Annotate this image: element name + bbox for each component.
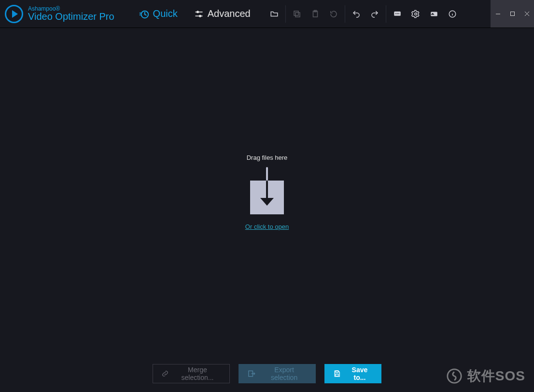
undo-button[interactable] [347,0,365,28]
redo-icon [370,10,379,18]
paste-button[interactable] [306,0,324,28]
separator [345,5,345,23]
save-to-button[interactable]: Save to... [324,364,381,383]
svg-point-12 [398,13,399,14]
separator [386,5,386,23]
merge-label: Merge selection... [174,366,221,381]
watermark-text: 软件SOS [467,367,525,385]
gear-icon [411,10,420,18]
watermark: 软件SOS [446,367,525,385]
tab-advanced-label: Advanced [208,8,251,19]
reset-icon [329,10,338,18]
svg-point-11 [397,13,398,14]
maximize-button[interactable] [505,0,520,28]
tab-quick[interactable]: Quick [139,8,178,19]
toolbar-file-group [265,0,462,28]
svg-rect-6 [294,11,298,15]
save-icon [333,369,341,378]
app-logo: Ashampoo® Video Optimizer Pro [0,0,119,28]
export-icon [247,369,255,378]
close-button[interactable] [520,0,534,28]
save-label: Save to... [347,366,373,381]
quick-icon [139,9,149,19]
brand-bottom: Video Optimizer Pro [28,12,114,22]
feedback-icon [393,10,402,18]
separator [285,5,286,23]
undo-icon [352,10,361,18]
reset-button[interactable] [324,0,343,28]
maximize-icon [510,11,515,16]
window-controls [491,0,534,28]
title-bar: Ashampoo® Video Optimizer Pro Quick Adva… [0,0,534,28]
sliders-icon [194,9,204,19]
feedback-button[interactable] [388,0,407,28]
drag-text: Drag files here [247,154,288,161]
open-folder-button[interactable] [265,0,283,28]
watermark-icon [446,368,463,384]
arrow-tail [266,167,268,181]
svg-rect-5 [295,13,300,17]
card-icon [430,10,438,18]
tab-advanced[interactable]: Advanced [194,8,251,19]
copy-button[interactable] [288,0,306,28]
info-button[interactable] [443,0,462,28]
download-arrow-icon [250,181,284,214]
close-icon [524,11,530,16]
svg-point-2 [197,11,198,13]
export-label: Export selection [261,366,307,381]
open-link[interactable]: Or click to open [245,223,289,230]
svg-rect-24 [336,371,338,372]
mode-tabs: Quick Advanced [139,0,251,28]
tab-quick-label: Quick [153,8,178,19]
clipboard-icon [311,10,320,18]
card-button[interactable] [425,0,443,28]
export-selection-button[interactable]: Export selection [239,364,316,383]
merge-selection-button[interactable]: Merge selection... [153,364,230,383]
drop-zone[interactable]: Drag files here Or click to open [245,154,289,230]
copy-icon [293,10,301,18]
main-area: Drag files here Or click to open [0,28,534,356]
link-icon [162,370,169,378]
svg-point-13 [414,13,417,15]
settings-button[interactable] [407,0,425,28]
svg-rect-20 [510,12,514,16]
svg-point-10 [395,13,396,14]
brand-text: Ashampoo® Video Optimizer Pro [28,6,114,22]
minimize-icon [495,11,501,16]
info-icon [448,10,457,18]
folder-icon [270,10,279,18]
minimize-button[interactable] [491,0,505,28]
svg-rect-25 [336,374,338,377]
redo-button[interactable] [365,0,384,28]
logo-play-icon [5,5,23,23]
svg-point-4 [199,15,201,16]
